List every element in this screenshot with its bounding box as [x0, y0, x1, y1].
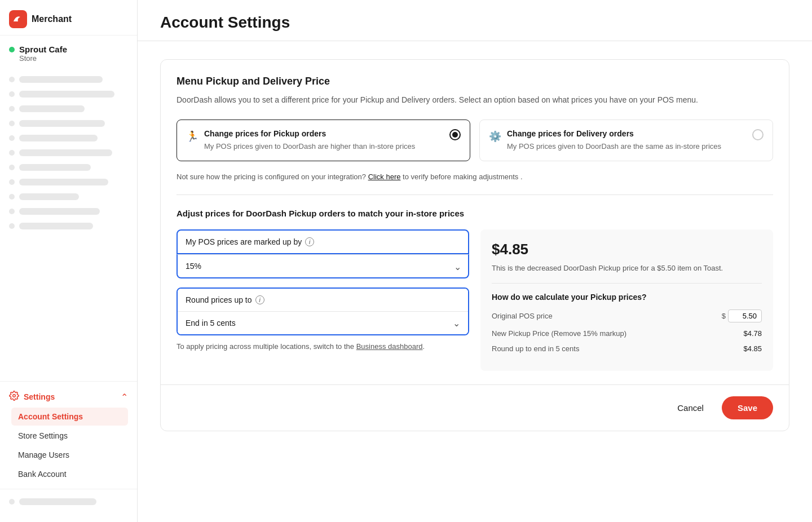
- section-title: Menu Pickup and Delivery Price: [176, 76, 773, 87]
- price-preview: $4.85 This is the decreased DoorDash Pic…: [480, 229, 773, 371]
- svg-rect-0: [9, 10, 27, 28]
- calc-title: How do we calculate your Pickup prices?: [492, 293, 762, 302]
- store-sub: Store: [19, 54, 67, 63]
- markup-select[interactable]: 15% 10% 20% Custom: [176, 254, 469, 278]
- store-name: Sprout Cafe: [19, 45, 67, 54]
- settings-card: Menu Pickup and Delivery Price DoorDash …: [160, 59, 789, 431]
- pricing-controls: My POS prices are marked up by i 15% 10%…: [176, 229, 469, 371]
- settings-menu: Account Settings Store Settings Manage U…: [9, 408, 128, 483]
- pickup-option-desc: My POS prices given to DoorDash are high…: [204, 141, 415, 152]
- integration-note: Not sure how the pricing is configured o…: [176, 172, 773, 181]
- delivery-option-desc: My POS prices given to DoorDash are the …: [507, 141, 721, 152]
- round-field-group: Round prices up to i End in 5 cents End …: [176, 287, 469, 335]
- calc-row-round: Round up to end in 5 cents $4.85: [492, 344, 762, 353]
- markup-info-icon[interactable]: i: [305, 237, 314, 246]
- calc-row-new-price: New Pickup Price (Remove 15% markup) $4.…: [492, 329, 762, 338]
- pickup-option[interactable]: 🏃 Change prices for Pickup orders My POS…: [176, 120, 470, 161]
- page-title: Account Settings: [160, 14, 789, 32]
- sidebar-item-bank-account[interactable]: Bank Account: [11, 465, 128, 483]
- sidebar-item-store-settings[interactable]: Store Settings: [11, 427, 128, 445]
- dollar-symbol: $: [722, 312, 726, 320]
- round-label-row: Round prices up to i: [178, 289, 468, 312]
- section-desc: DoorDash allows you to set a different p…: [176, 94, 773, 106]
- section-divider: [176, 194, 773, 195]
- adjust-title: Adjust prices for DoorDash Pickup orders…: [176, 209, 773, 218]
- store-status-dot: [9, 47, 15, 52]
- card-footer: Cancel Save: [161, 384, 789, 431]
- pickup-option-title: Change prices for Pickup orders: [204, 129, 415, 138]
- brand-name: Merchant: [32, 14, 72, 24]
- store-details: Sprout Cafe Store: [19, 45, 67, 63]
- brand-logo: [9, 10, 27, 28]
- round-select[interactable]: End in 5 cents End in 0 cents No roundin…: [178, 312, 468, 334]
- sidebar-item-manage-users[interactable]: Manage Users: [11, 446, 128, 464]
- card-body: Menu Pickup and Delivery Price DoorDash …: [161, 60, 789, 371]
- cancel-button[interactable]: Cancel: [668, 397, 713, 418]
- sidebar: Merchant Sprout Cafe Store: [0, 0, 138, 522]
- page-header: Account Settings: [138, 0, 812, 41]
- store-info: Sprout Cafe Store: [0, 36, 137, 72]
- settings-toggle[interactable]: Settings ⌃: [9, 386, 128, 408]
- calc-row-original: Original POS price $: [492, 309, 762, 322]
- pickup-icon: 🏃: [186, 130, 198, 143]
- main-content: Account Settings Menu Pickup and Deliver…: [138, 0, 812, 522]
- svg-point-1: [13, 395, 16, 397]
- delivery-icon: ⚙️: [489, 130, 501, 143]
- markup-field-group: My POS prices are marked up by i 15% 10%…: [176, 229, 469, 278]
- round-info-icon[interactable]: i: [255, 295, 264, 304]
- sidebar-nav-skeleton: [0, 72, 137, 381]
- sidebar-header: Merchant: [0, 0, 137, 36]
- original-price-input[interactable]: [728, 309, 762, 322]
- integration-link[interactable]: Click here: [368, 172, 401, 181]
- pickup-radio[interactable]: [449, 129, 461, 140]
- sidebar-item-account-settings[interactable]: Account Settings: [11, 408, 128, 426]
- settings-section: Settings ⌃ Account Settings Store Settin…: [0, 381, 137, 489]
- delivery-option-title: Change prices for Delivery orders: [507, 129, 721, 138]
- pricing-layout: My POS prices are marked up by i 15% 10%…: [176, 229, 773, 371]
- round-select-wrapper: End in 5 cents End in 0 cents No roundin…: [178, 312, 468, 334]
- chevron-up-icon: ⌃: [121, 392, 128, 402]
- content-area: Menu Pickup and Delivery Price DoorDash …: [138, 41, 812, 449]
- preview-desc: This is the decreased DoorDash Pickup pr…: [492, 263, 762, 284]
- preview-amount: $4.85: [492, 241, 762, 258]
- settings-label: Settings: [24, 392, 55, 401]
- delivery-radio[interactable]: [752, 129, 764, 140]
- delivery-option[interactable]: ⚙️ Change prices for Delivery orders My …: [479, 120, 773, 161]
- save-button[interactable]: Save: [722, 396, 773, 419]
- gear-icon: [9, 391, 19, 403]
- round-label: Round prices up to: [186, 295, 252, 304]
- markup-select-wrapper: 15% 10% 20% Custom ⌄: [176, 254, 469, 278]
- markup-label-row: My POS prices are marked up by i: [176, 229, 469, 254]
- markup-label: My POS prices are marked up by: [186, 237, 302, 246]
- multi-location-note: To apply pricing across multiple locatio…: [176, 342, 469, 351]
- price-options: 🏃 Change prices for Pickup orders My POS…: [176, 120, 773, 161]
- sidebar-bottom: [0, 489, 137, 522]
- business-dashboard-link[interactable]: Business dashboard: [356, 342, 423, 351]
